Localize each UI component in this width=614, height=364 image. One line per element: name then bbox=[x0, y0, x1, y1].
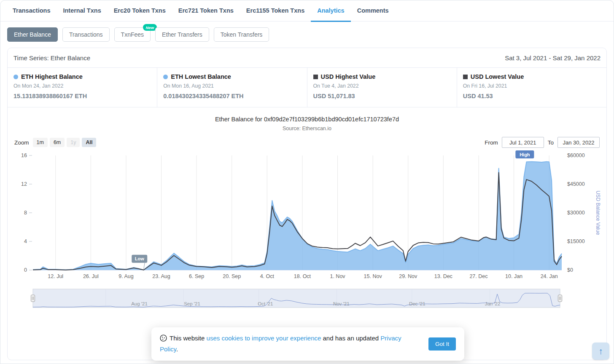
x-tick-label: 12. Jul bbox=[48, 273, 63, 279]
arrow-up-icon: ↑ bbox=[598, 346, 603, 356]
tab-internal-txns[interactable]: Internal Txns bbox=[57, 0, 107, 22]
analytics-subtabs: Ether Balance Transactions TxnFees New E… bbox=[0, 21, 614, 47]
x-tick-label: 1. Nov bbox=[330, 273, 345, 279]
zoom-1m-button[interactable]: 1m bbox=[33, 138, 48, 147]
stat-value: USD 51,071.83 bbox=[313, 93, 451, 99]
navigator-month-label: Dec '21 bbox=[409, 301, 425, 306]
tab-erc20-token-txns[interactable]: Erc20 Token Txns bbox=[108, 0, 172, 22]
chart-controls: Zoom 1m 6m 1y All From To bbox=[8, 131, 606, 149]
panel-header: Time Series: Ether Balance Sat 3, Jul 20… bbox=[8, 48, 606, 68]
tab-erc721-token-txns[interactable]: Erc721 Token Txns bbox=[172, 0, 240, 22]
x-tick-label: 27. Dec bbox=[469, 273, 487, 279]
eth-series-marker-icon bbox=[13, 75, 18, 79]
cookie-text-mid: and has an updated bbox=[321, 335, 380, 342]
stat-value: 15.131838938860167 ETH bbox=[13, 93, 151, 99]
usd-series-marker-icon bbox=[313, 75, 318, 79]
cookie-icon bbox=[160, 335, 167, 342]
x-tick-label: 6. Sep bbox=[189, 273, 204, 279]
cookie-banner: This website uses cookies to improve you… bbox=[151, 327, 464, 361]
stat-title: ETH Lowest Balance bbox=[171, 73, 231, 80]
tab-comments[interactable]: Comments bbox=[351, 0, 395, 22]
y-left-tick-label: 8 bbox=[24, 210, 27, 216]
ether-balance-chart[interactable]: 12. Jul26. Jul9. Aug23. Aug6. Sep20. Sep… bbox=[13, 149, 602, 283]
y-right-axis-title: USD Balance Value bbox=[595, 190, 601, 235]
annotation-connector bbox=[144, 263, 145, 269]
x-tick-label: 23. Aug bbox=[152, 273, 170, 279]
zoom-6m-button[interactable]: 6m bbox=[50, 138, 65, 147]
tab-erc1155-token-txns[interactable]: Erc1155 Token Txns bbox=[240, 0, 311, 22]
tab-transactions[interactable]: Transactions bbox=[6, 0, 57, 22]
tab-analytics[interactable]: Analytics bbox=[311, 0, 350, 22]
x-tick-label: 18. Oct bbox=[294, 273, 311, 279]
pill-txnfees-label: TxnFees bbox=[121, 31, 144, 38]
date-range-text: Sat 3, Jul 2021 - Sat 29, Jan 2022 bbox=[505, 54, 601, 62]
stat-date: On Fri 16, Jul 2021 bbox=[463, 83, 601, 89]
pill-ether-transfers[interactable]: Ether Transfers bbox=[155, 27, 209, 42]
zoom-all-button[interactable]: All bbox=[82, 138, 96, 147]
y-left-tick-label: 0 bbox=[24, 267, 27, 273]
navigator-handle-left[interactable] bbox=[31, 295, 35, 302]
x-tick-label: 15. Nov bbox=[364, 273, 382, 279]
eth-balance-area bbox=[33, 162, 562, 270]
pill-txnfees[interactable]: TxnFees New bbox=[114, 27, 151, 42]
pill-transactions[interactable]: Transactions bbox=[62, 27, 110, 42]
navigator-month-label: Sep '21 bbox=[184, 301, 200, 306]
to-label: To bbox=[548, 139, 554, 146]
x-tick-label: 24. Jan bbox=[541, 273, 558, 279]
panel-title: Time Series: Ether Balance bbox=[13, 54, 90, 62]
chart-navigator[interactable]: Aug '21Sep '21Oct '21Nov '21Dec '21Jan '… bbox=[13, 288, 602, 312]
from-date-input[interactable] bbox=[502, 137, 544, 148]
stat-value: 0.018430234335488207 ETH bbox=[163, 93, 301, 99]
x-tick-label: 29. Nov bbox=[399, 273, 417, 279]
x-tick-label: 26. Jul bbox=[83, 273, 99, 279]
x-tick-label: 20. Sep bbox=[223, 273, 241, 279]
y-right-tick-label: $30000 bbox=[567, 210, 585, 216]
stat-date: On Tue 4, Jan 2022 bbox=[313, 83, 451, 89]
to-date-input[interactable] bbox=[557, 137, 600, 148]
x-tick-label: 4. Oct bbox=[260, 273, 275, 279]
navigator-mask bbox=[33, 289, 560, 308]
y-left-tick-label: 16 bbox=[21, 153, 27, 158]
y-right-tick-label: $0 bbox=[567, 267, 573, 273]
cookie-text-prefix: This website bbox=[170, 335, 207, 342]
navigator-month-label: Jan '22 bbox=[485, 301, 501, 306]
x-tick-label: 13. Dec bbox=[434, 273, 452, 279]
navigator-month-label: Aug '21 bbox=[131, 301, 148, 306]
stat-eth-lowest: ETH Lowest Balance On Mon 16, Aug 2021 0… bbox=[157, 68, 307, 107]
stat-eth-highest: ETH Highest Balance On Mon 24, Jan 2022 … bbox=[8, 68, 157, 107]
zoom-1y-button: 1y bbox=[67, 138, 80, 147]
stat-date: On Mon 24, Jan 2022 bbox=[13, 83, 151, 89]
chart-area: 12. Jul26. Jul9. Aug23. Aug6. Sep20. Sep… bbox=[8, 149, 606, 314]
y-left-tick-label: 12 bbox=[21, 181, 27, 187]
pill-token-transfers[interactable]: Token Transfers bbox=[214, 27, 269, 42]
stat-value: USD 41.53 bbox=[463, 93, 601, 99]
cookie-text-suffix: . bbox=[176, 345, 178, 353]
chart-title: Ether Balance for 0xf09d2e7f103299b6b1bd… bbox=[8, 116, 606, 123]
navigator-month-label: Oct '21 bbox=[258, 301, 273, 306]
chart-subtitle: Source: Etherscan.io bbox=[8, 126, 606, 131]
tab-bar: Transactions Internal Txns Erc20 Token T… bbox=[0, 0, 614, 21]
usd-series-marker-icon bbox=[463, 75, 468, 79]
eth-series-marker-icon bbox=[163, 75, 168, 79]
annotation-label: Low bbox=[135, 256, 144, 261]
x-tick-label: 9. Aug bbox=[118, 273, 133, 279]
stats-row: ETH Highest Balance On Mon 24, Jan 2022 … bbox=[8, 68, 606, 107]
cookies-info-link[interactable]: uses cookies to improve your experience bbox=[207, 335, 321, 342]
y-right-tick-label: $45000 bbox=[567, 181, 585, 187]
stat-title: ETH Highest Balance bbox=[21, 73, 83, 80]
cookie-text: This website uses cookies to improve you… bbox=[160, 333, 421, 355]
pill-ether-balance[interactable]: Ether Balance bbox=[7, 27, 58, 42]
navigator-month-label: Nov '21 bbox=[333, 301, 350, 306]
time-series-panel: Time Series: Ether Balance Sat 3, Jul 20… bbox=[7, 48, 607, 360]
stat-usd-lowest: USD Lowest Value On Fri 16, Jul 2021 USD… bbox=[457, 68, 606, 107]
new-badge: New bbox=[143, 24, 157, 31]
stat-title: USD Highest Value bbox=[321, 73, 376, 80]
from-label: From bbox=[485, 139, 498, 146]
got-it-button[interactable]: Got It bbox=[428, 337, 456, 351]
scroll-to-top-button[interactable]: ↑ bbox=[592, 343, 609, 360]
x-tick-label: 10. Jan bbox=[505, 273, 522, 279]
stat-usd-highest: USD Highest Value On Tue 4, Jan 2022 USD… bbox=[307, 68, 457, 107]
navigator-handle-right[interactable] bbox=[558, 295, 562, 302]
range-controls: From To bbox=[485, 137, 600, 148]
page-frame: Transactions Internal Txns Erc20 Token T… bbox=[0, 0, 614, 364]
